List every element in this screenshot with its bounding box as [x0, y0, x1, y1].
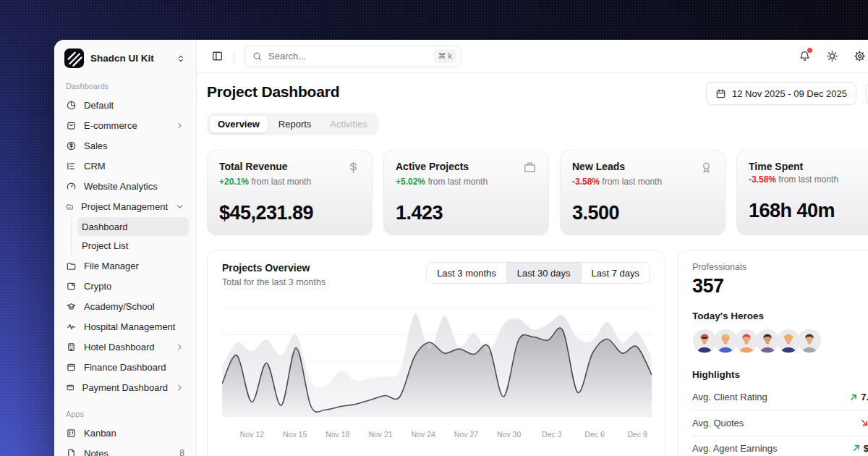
sidebar-item-label: Finance Dashboard — [84, 362, 166, 373]
note-card-icon — [66, 281, 77, 292]
folder-icon — [66, 261, 77, 271]
calendar-icon — [715, 88, 726, 99]
search-box[interactable]: ⌘ k — [244, 46, 461, 67]
sidebar-item-payment-dashboard[interactable]: Payment Dashboard — [61, 377, 189, 397]
professionals-card: Professionals 357 Today's Heroes Highlig… — [677, 250, 868, 456]
workspace-switcher[interactable]: Shadcn UI Kit — [61, 40, 189, 69]
sidebar-toggle-button[interactable] — [211, 50, 224, 62]
stat-delta-note: +20.1% from last month — [219, 177, 360, 187]
sidebar-item-default[interactable]: Default — [61, 95, 189, 115]
calendar-icon — [715, 88, 726, 99]
range-button-last-30-days[interactable]: Last 30 days — [506, 263, 581, 283]
stat-card-total-revenue: Total Revenue+20.1% from last month$45,2… — [207, 150, 373, 235]
chevron-down-icon — [175, 202, 184, 211]
stat-title: New Leads — [572, 161, 625, 172]
sidebar-item-sales[interactable]: Sales — [61, 135, 189, 156]
tab-activities[interactable]: Activities — [321, 115, 375, 133]
trend-down-icon — [860, 418, 868, 427]
gear-button[interactable] — [854, 50, 866, 62]
sidebar-item-crm[interactable]: CRM — [61, 156, 189, 176]
pie-chart-icon — [66, 100, 77, 111]
sidebar-item-notes[interactable]: Notes8 — [61, 443, 189, 456]
page-content: Project Dashboard 12 Nov 2025 - 09 Dec 2… — [197, 73, 868, 456]
sidebar-subitem-project-list[interactable]: Project List — [77, 236, 189, 255]
professionals-label: Professionals — [692, 262, 868, 272]
brand-logo-icon — [64, 48, 84, 68]
chevrons-up-down-icon[interactable] — [176, 54, 186, 64]
highlight-value-text: 7. — [861, 392, 868, 402]
tab-overview[interactable]: Overview — [209, 115, 268, 133]
graduation-cap-icon — [66, 301, 77, 312]
sidebar-item-hotel-dashboard[interactable]: Hotel Dashboard — [61, 337, 189, 357]
activity-icon — [66, 321, 77, 332]
hero-avatar[interactable] — [797, 329, 822, 353]
sidebar-section-label: Dashboards — [61, 82, 189, 90]
sidebar-item-crypto[interactable]: Crypto — [61, 276, 189, 296]
app-window: Shadcn UI Kit DashboardsDefaultE-commerc… — [54, 40, 868, 456]
sidebar-subitem-label: Dashboard — [82, 221, 128, 232]
sidebar-item-label: Kanban — [84, 428, 116, 439]
kanban-icon — [66, 428, 77, 439]
sidebar-item-label: CRM — [84, 161, 106, 172]
stat-card-active-projects: Active Projects+5.02% from last month1.4… — [383, 150, 549, 235]
search-icon — [252, 51, 263, 62]
tab-reports[interactable]: Reports — [270, 115, 320, 133]
professionals-count: 357 — [692, 275, 868, 297]
chevron-right-icon — [175, 383, 184, 392]
highlight-label: Avg. Quotes — [692, 418, 744, 428]
sidebar-item-kanban[interactable]: Kanban — [61, 423, 189, 443]
sidebar-item-file-manager[interactable]: File Manager — [61, 256, 189, 276]
avatar-illustration — [797, 329, 822, 353]
date-range-button[interactable]: 12 Nov 2025 - 09 Dec 2025 — [706, 82, 856, 105]
stat-delta: +5.02% — [396, 177, 425, 187]
sun-button[interactable] — [826, 50, 838, 62]
range-button-last-7-days[interactable]: Last 7 days — [581, 263, 650, 283]
stat-delta-note: -3.58% from last month — [749, 174, 868, 185]
stat-cards-row: Total Revenue+20.1% from last month$45,2… — [207, 150, 868, 235]
chart-title: Projects Overview — [222, 262, 326, 274]
stat-value: 1.423 — [396, 202, 537, 224]
award-icon — [699, 161, 713, 174]
topbar-divider — [234, 51, 234, 62]
sidebar-item-label: Payment Dashboard — [82, 382, 168, 393]
sidebar-item-label: Default — [84, 100, 114, 111]
brand-name: Shadcn UI Kit — [90, 53, 154, 64]
gear-icon — [854, 50, 866, 62]
bell-button[interactable] — [799, 50, 811, 62]
range-button-last-3-months[interactable]: Last 3 months — [427, 263, 506, 283]
building-icon — [66, 342, 77, 352]
sun-icon — [826, 50, 838, 62]
search-input[interactable] — [268, 51, 427, 62]
chart-range-toggle: Last 3 monthsLast 30 daysLast 7 days — [426, 262, 650, 284]
stat-title: Time Spent — [749, 161, 803, 172]
sidebar-item-website-analytics[interactable]: Website Analytics — [61, 176, 189, 196]
main-area: ⌘ k Project Dashboard 12 Nov 2025 - 09 D… — [197, 40, 868, 456]
sidebar-item-finance-dashboard[interactable]: Finance Dashboard — [61, 357, 189, 377]
sidebar-subitems: DashboardProject List — [71, 217, 189, 255]
briefcase-icon — [523, 161, 537, 174]
chevron-down-icon — [175, 202, 184, 211]
briefcase-icon — [523, 161, 537, 174]
x-tick-label: Nov 27 — [454, 430, 478, 439]
sidebar-item-project-management[interactable]: Project Management — [61, 196, 189, 216]
stat-title: Active Projects — [396, 161, 469, 172]
stat-card-new-leads: New Leads-3.58% from last month3.500 — [560, 150, 726, 235]
projects-overview-card: Projects Overview Total for the last 3 m… — [207, 250, 665, 456]
dollar-icon — [346, 161, 360, 174]
sidebar-subitem-dashboard[interactable]: Dashboard — [77, 217, 189, 236]
stat-value: 3.500 — [572, 202, 713, 224]
highlight-row-avg-quotes: Avg. Quotes — [692, 410, 868, 435]
highlights-rows: Avg. Client Rating7.Avg. QuotesAvg. Agen… — [692, 384, 868, 456]
award-icon — [699, 161, 713, 174]
dollar-circle-icon — [66, 140, 77, 151]
sidebar-item-e-commerce[interactable]: E-commerce — [61, 115, 189, 135]
sidebar-item-badge: 8 — [179, 448, 184, 456]
sidebar-section-label: Apps — [61, 410, 189, 418]
highlights-title: Highlights — [692, 369, 868, 380]
sidebar-item-hospital-management[interactable]: Hospital Management — [61, 316, 189, 337]
chevron-right-icon — [175, 121, 184, 130]
sidebar-item-academy-school[interactable]: Academy/School — [61, 296, 189, 316]
highlight-value-text: $ — [864, 443, 868, 454]
heroes-title: Today's Heroes — [692, 311, 868, 321]
x-tick-label: Dec 9 — [628, 430, 647, 439]
